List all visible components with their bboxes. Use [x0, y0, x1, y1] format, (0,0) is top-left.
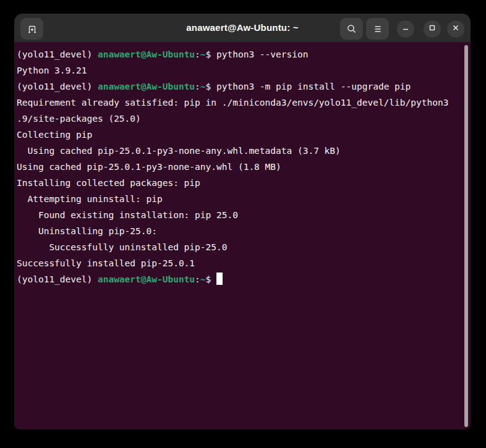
- terminal-line: (yolo11_devel) anawaert@Aw-Ubuntu:~$ pyt…: [17, 46, 462, 62]
- terminal-line: Installing collected packages: pip: [17, 175, 462, 191]
- terminal-text-segment: Collecting pip: [17, 130, 92, 140]
- minimize-button[interactable]: [397, 20, 414, 38]
- search-button[interactable]: [340, 18, 363, 40]
- maximize-button[interactable]: [424, 20, 441, 38]
- search-icon: [346, 23, 357, 35]
- terminal-text-segment: Using cached pip-25.0.1-py3-none-any.whl…: [17, 146, 341, 156]
- terminal-line: Uninstalling pip-25.0:: [17, 223, 462, 239]
- terminal-text-segment: :: [195, 274, 200, 284]
- terminal-line: Found existing installation: pip 25.0: [17, 207, 462, 223]
- terminal-text-segment: Installing collected packages: pip: [17, 178, 200, 188]
- terminal-text-segment: $: [206, 274, 216, 284]
- terminal-text-segment: Requirement already satisfied: pip in ./…: [17, 98, 448, 108]
- terminal-line: Successfully installed pip-25.0.1: [17, 255, 462, 271]
- titlebar: anawaert@Aw-Ubuntu: ~: [14, 14, 471, 42]
- terminal-line: Successfully uninstalled pip-25.0: [17, 239, 462, 255]
- terminal-line: Using cached pip-25.0.1-py3-none-any.whl…: [17, 143, 462, 159]
- minimize-icon: [401, 23, 410, 35]
- terminal-text-segment: (yolo11_devel): [17, 49, 98, 59]
- new-tab-button[interactable]: [20, 18, 43, 40]
- terminal-text-segment: $ python3 -m pip install --upgrade pip: [206, 82, 411, 91]
- scrollbar[interactable]: [464, 45, 468, 427]
- terminal-line: (yolo11_devel) anawaert@Aw-Ubuntu:~$ pyt…: [17, 78, 462, 95]
- terminal-line: .9/site-packages (25.0): [17, 111, 462, 127]
- terminal-text-segment: Found existing installation: pip 25.0: [17, 210, 238, 220]
- terminal-line: Collecting pip: [17, 127, 462, 143]
- terminal-text-segment: Successfully installed pip-25.0.1: [17, 258, 195, 268]
- close-icon: [451, 23, 460, 35]
- terminal-text-segment: .9/site-packages (25.0): [17, 114, 141, 124]
- terminal-text-segment: ~: [200, 49, 206, 59]
- new-tab-icon: [27, 23, 38, 35]
- terminal-text-segment: anawaert@Aw-Ubuntu: [98, 274, 195, 284]
- terminal-cursor: [216, 273, 223, 285]
- terminal-text-segment: ~: [200, 82, 206, 91]
- terminal-text-segment: Successfully uninstalled pip-25.0: [17, 242, 227, 252]
- terminal-text-segment: (yolo11_devel): [17, 82, 98, 91]
- terminal-window: anawaert@Aw-Ubuntu: ~: [14, 14, 471, 429]
- terminal-text-segment: anawaert@Aw-Ubuntu: [98, 82, 195, 91]
- hamburger-menu-icon: [373, 24, 383, 34]
- terminal-line: Attempting uninstall: pip: [17, 191, 462, 207]
- terminal-line: Python 3.9.21: [17, 62, 462, 78]
- menu-button[interactable]: [366, 18, 389, 40]
- terminal-line: (yolo11_devel) anawaert@Aw-Ubuntu:~$: [17, 271, 462, 287]
- terminal-text-segment: ~: [200, 274, 206, 284]
- close-button[interactable]: [447, 20, 464, 38]
- terminal-line: Requirement already satisfied: pip in ./…: [17, 95, 462, 111]
- terminal-text-segment: anawaert@Aw-Ubuntu: [98, 49, 195, 59]
- terminal-text-segment: Attempting uninstall: pip: [17, 194, 163, 204]
- terminal-text-segment: Using cached pip-25.0.1-py3-none-any.whl…: [17, 162, 281, 172]
- maximize-icon: [428, 23, 437, 35]
- terminal-text-segment: :: [195, 49, 200, 59]
- terminal-text-segment: :: [195, 82, 200, 91]
- terminal-text-segment: (yolo11_devel): [17, 274, 98, 284]
- terminal-screen[interactable]: (yolo11_devel) anawaert@Aw-Ubuntu:~$ pyt…: [14, 42, 471, 429]
- terminal-text-segment: Uninstalling pip-25.0:: [17, 226, 157, 236]
- terminal-text-segment: Python 3.9.21: [17, 66, 87, 75]
- terminal-line: Using cached pip-25.0.1-py3-none-any.whl…: [17, 159, 462, 175]
- terminal-text-segment: $ python3 --version: [206, 49, 309, 59]
